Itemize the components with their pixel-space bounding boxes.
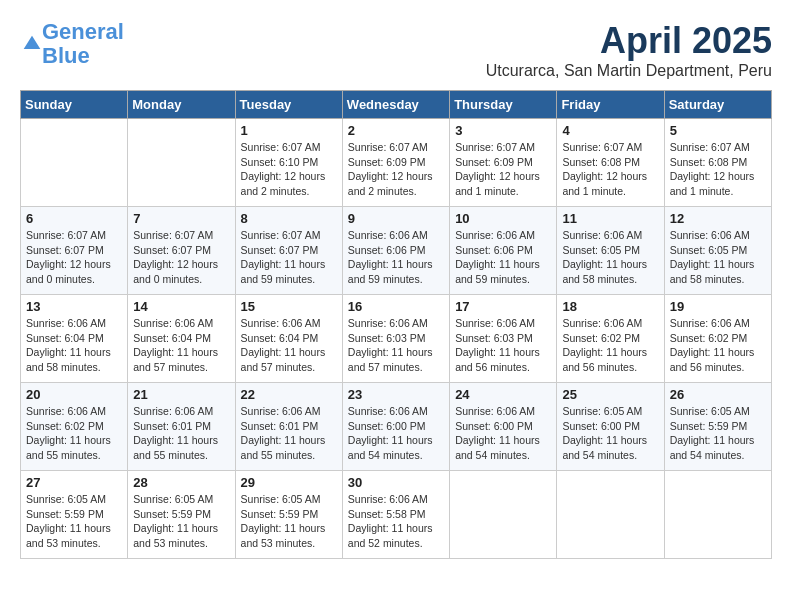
cell-info: Sunrise: 6:06 AM Sunset: 6:02 PM Dayligh… bbox=[670, 316, 766, 375]
cell-info: Sunrise: 6:06 AM Sunset: 6:03 PM Dayligh… bbox=[348, 316, 444, 375]
day-number: 3 bbox=[455, 123, 551, 138]
cell-info: Sunrise: 6:06 AM Sunset: 6:04 PM Dayligh… bbox=[133, 316, 229, 375]
calendar-cell: 7Sunrise: 6:07 AM Sunset: 6:07 PM Daylig… bbox=[128, 207, 235, 295]
calendar-cell: 27Sunrise: 6:05 AM Sunset: 5:59 PM Dayli… bbox=[21, 471, 128, 559]
day-number: 4 bbox=[562, 123, 658, 138]
calendar-cell bbox=[21, 119, 128, 207]
logo-line2: Blue bbox=[42, 43, 90, 68]
cell-info: Sunrise: 6:06 AM Sunset: 6:02 PM Dayligh… bbox=[562, 316, 658, 375]
cell-info: Sunrise: 6:05 AM Sunset: 5:59 PM Dayligh… bbox=[26, 492, 122, 551]
calendar-cell bbox=[664, 471, 771, 559]
day-number: 13 bbox=[26, 299, 122, 314]
day-number: 7 bbox=[133, 211, 229, 226]
logo: General Blue bbox=[20, 20, 124, 68]
calendar-cell: 22Sunrise: 6:06 AM Sunset: 6:01 PM Dayli… bbox=[235, 383, 342, 471]
calendar-cell: 4Sunrise: 6:07 AM Sunset: 6:08 PM Daylig… bbox=[557, 119, 664, 207]
day-number: 30 bbox=[348, 475, 444, 490]
calendar-cell: 25Sunrise: 6:05 AM Sunset: 6:00 PM Dayli… bbox=[557, 383, 664, 471]
day-number: 25 bbox=[562, 387, 658, 402]
day-number: 6 bbox=[26, 211, 122, 226]
calendar-cell bbox=[450, 471, 557, 559]
cell-info: Sunrise: 6:06 AM Sunset: 6:00 PM Dayligh… bbox=[455, 404, 551, 463]
day-number: 1 bbox=[241, 123, 337, 138]
calendar-cell: 1Sunrise: 6:07 AM Sunset: 6:10 PM Daylig… bbox=[235, 119, 342, 207]
day-number: 22 bbox=[241, 387, 337, 402]
week-row-3: 13Sunrise: 6:06 AM Sunset: 6:04 PM Dayli… bbox=[21, 295, 772, 383]
day-number: 9 bbox=[348, 211, 444, 226]
svg-marker-0 bbox=[24, 36, 41, 49]
day-number: 27 bbox=[26, 475, 122, 490]
cell-info: Sunrise: 6:07 AM Sunset: 6:07 PM Dayligh… bbox=[241, 228, 337, 287]
day-number: 15 bbox=[241, 299, 337, 314]
calendar-cell: 6Sunrise: 6:07 AM Sunset: 6:07 PM Daylig… bbox=[21, 207, 128, 295]
cell-info: Sunrise: 6:06 AM Sunset: 6:02 PM Dayligh… bbox=[26, 404, 122, 463]
calendar-cell: 29Sunrise: 6:05 AM Sunset: 5:59 PM Dayli… bbox=[235, 471, 342, 559]
cell-info: Sunrise: 6:07 AM Sunset: 6:07 PM Dayligh… bbox=[133, 228, 229, 287]
calendar-cell: 28Sunrise: 6:05 AM Sunset: 5:59 PM Dayli… bbox=[128, 471, 235, 559]
calendar-cell: 14Sunrise: 6:06 AM Sunset: 6:04 PM Dayli… bbox=[128, 295, 235, 383]
header-cell-sunday: Sunday bbox=[21, 91, 128, 119]
day-number: 11 bbox=[562, 211, 658, 226]
day-number: 29 bbox=[241, 475, 337, 490]
header-cell-monday: Monday bbox=[128, 91, 235, 119]
page-header: General Blue April 2025 Utcurarca, San M… bbox=[20, 20, 772, 80]
cell-info: Sunrise: 6:07 AM Sunset: 6:08 PM Dayligh… bbox=[562, 140, 658, 199]
calendar-cell: 21Sunrise: 6:06 AM Sunset: 6:01 PM Dayli… bbox=[128, 383, 235, 471]
calendar-cell: 2Sunrise: 6:07 AM Sunset: 6:09 PM Daylig… bbox=[342, 119, 449, 207]
header-cell-saturday: Saturday bbox=[664, 91, 771, 119]
header-cell-wednesday: Wednesday bbox=[342, 91, 449, 119]
header-cell-thursday: Thursday bbox=[450, 91, 557, 119]
calendar-cell: 15Sunrise: 6:06 AM Sunset: 6:04 PM Dayli… bbox=[235, 295, 342, 383]
cell-info: Sunrise: 6:05 AM Sunset: 5:59 PM Dayligh… bbox=[133, 492, 229, 551]
cell-info: Sunrise: 6:07 AM Sunset: 6:09 PM Dayligh… bbox=[455, 140, 551, 199]
day-number: 26 bbox=[670, 387, 766, 402]
calendar-cell: 13Sunrise: 6:06 AM Sunset: 6:04 PM Dayli… bbox=[21, 295, 128, 383]
cell-info: Sunrise: 6:06 AM Sunset: 6:06 PM Dayligh… bbox=[348, 228, 444, 287]
calendar-cell: 12Sunrise: 6:06 AM Sunset: 6:05 PM Dayli… bbox=[664, 207, 771, 295]
cell-info: Sunrise: 6:07 AM Sunset: 6:08 PM Dayligh… bbox=[670, 140, 766, 199]
header-cell-friday: Friday bbox=[557, 91, 664, 119]
calendar-cell: 5Sunrise: 6:07 AM Sunset: 6:08 PM Daylig… bbox=[664, 119, 771, 207]
day-number: 28 bbox=[133, 475, 229, 490]
day-number: 21 bbox=[133, 387, 229, 402]
calendar-cell: 3Sunrise: 6:07 AM Sunset: 6:09 PM Daylig… bbox=[450, 119, 557, 207]
calendar-cell: 17Sunrise: 6:06 AM Sunset: 6:03 PM Dayli… bbox=[450, 295, 557, 383]
week-row-4: 20Sunrise: 6:06 AM Sunset: 6:02 PM Dayli… bbox=[21, 383, 772, 471]
calendar-cell: 18Sunrise: 6:06 AM Sunset: 6:02 PM Dayli… bbox=[557, 295, 664, 383]
cell-info: Sunrise: 6:06 AM Sunset: 5:58 PM Dayligh… bbox=[348, 492, 444, 551]
week-row-2: 6Sunrise: 6:07 AM Sunset: 6:07 PM Daylig… bbox=[21, 207, 772, 295]
cell-info: Sunrise: 6:06 AM Sunset: 6:01 PM Dayligh… bbox=[241, 404, 337, 463]
cell-info: Sunrise: 6:06 AM Sunset: 6:03 PM Dayligh… bbox=[455, 316, 551, 375]
day-number: 8 bbox=[241, 211, 337, 226]
cell-info: Sunrise: 6:06 AM Sunset: 6:04 PM Dayligh… bbox=[241, 316, 337, 375]
calendar-cell: 20Sunrise: 6:06 AM Sunset: 6:02 PM Dayli… bbox=[21, 383, 128, 471]
cell-info: Sunrise: 6:07 AM Sunset: 6:10 PM Dayligh… bbox=[241, 140, 337, 199]
logo-text: General Blue bbox=[42, 20, 124, 68]
calendar-table: SundayMondayTuesdayWednesdayThursdayFrid… bbox=[20, 90, 772, 559]
location: Utcurarca, San Martin Department, Peru bbox=[486, 62, 772, 80]
header-row: SundayMondayTuesdayWednesdayThursdayFrid… bbox=[21, 91, 772, 119]
day-number: 18 bbox=[562, 299, 658, 314]
calendar-cell bbox=[128, 119, 235, 207]
cell-info: Sunrise: 6:05 AM Sunset: 5:59 PM Dayligh… bbox=[241, 492, 337, 551]
calendar-cell: 23Sunrise: 6:06 AM Sunset: 6:00 PM Dayli… bbox=[342, 383, 449, 471]
cell-info: Sunrise: 6:06 AM Sunset: 6:00 PM Dayligh… bbox=[348, 404, 444, 463]
month-title: April 2025 bbox=[486, 20, 772, 62]
day-number: 17 bbox=[455, 299, 551, 314]
day-number: 20 bbox=[26, 387, 122, 402]
day-number: 5 bbox=[670, 123, 766, 138]
cell-info: Sunrise: 6:05 AM Sunset: 5:59 PM Dayligh… bbox=[670, 404, 766, 463]
day-number: 23 bbox=[348, 387, 444, 402]
calendar-cell: 19Sunrise: 6:06 AM Sunset: 6:02 PM Dayli… bbox=[664, 295, 771, 383]
cell-info: Sunrise: 6:06 AM Sunset: 6:01 PM Dayligh… bbox=[133, 404, 229, 463]
calendar-cell: 8Sunrise: 6:07 AM Sunset: 6:07 PM Daylig… bbox=[235, 207, 342, 295]
calendar-cell bbox=[557, 471, 664, 559]
day-number: 10 bbox=[455, 211, 551, 226]
cell-info: Sunrise: 6:05 AM Sunset: 6:00 PM Dayligh… bbox=[562, 404, 658, 463]
day-number: 2 bbox=[348, 123, 444, 138]
cell-info: Sunrise: 6:06 AM Sunset: 6:05 PM Dayligh… bbox=[670, 228, 766, 287]
calendar-cell: 24Sunrise: 6:06 AM Sunset: 6:00 PM Dayli… bbox=[450, 383, 557, 471]
cell-info: Sunrise: 6:06 AM Sunset: 6:04 PM Dayligh… bbox=[26, 316, 122, 375]
cell-info: Sunrise: 6:06 AM Sunset: 6:06 PM Dayligh… bbox=[455, 228, 551, 287]
calendar-cell: 10Sunrise: 6:06 AM Sunset: 6:06 PM Dayli… bbox=[450, 207, 557, 295]
